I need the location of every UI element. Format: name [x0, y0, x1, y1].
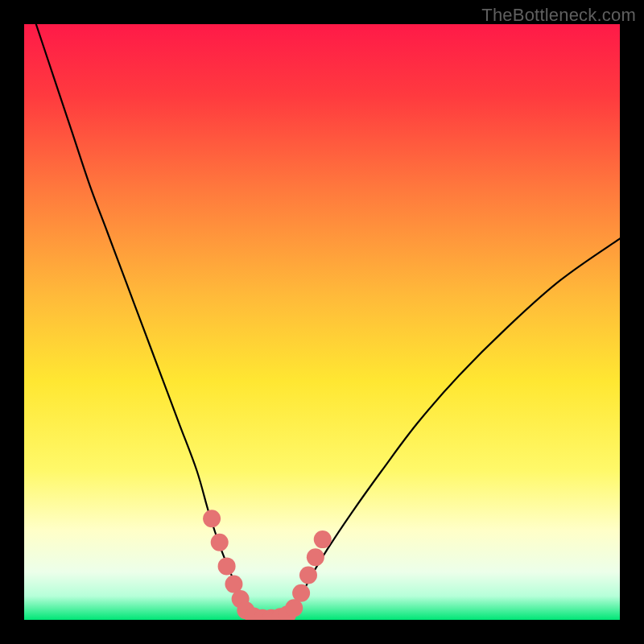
- watermark-label: TheBottleneck.com: [481, 5, 636, 26]
- chart-container: TheBottleneck.com: [0, 0, 644, 644]
- chart-svg: [24, 24, 620, 620]
- gradient-background: [24, 24, 620, 620]
- plot-area: [24, 24, 620, 620]
- valley-marker: [292, 584, 310, 602]
- valley-marker: [211, 534, 229, 551]
- valley-marker: [218, 557, 236, 575]
- valley-marker: [299, 567, 317, 584]
- valley-marker: [307, 548, 324, 566]
- valley-marker: [314, 530, 332, 548]
- valley-marker: [203, 510, 221, 527]
